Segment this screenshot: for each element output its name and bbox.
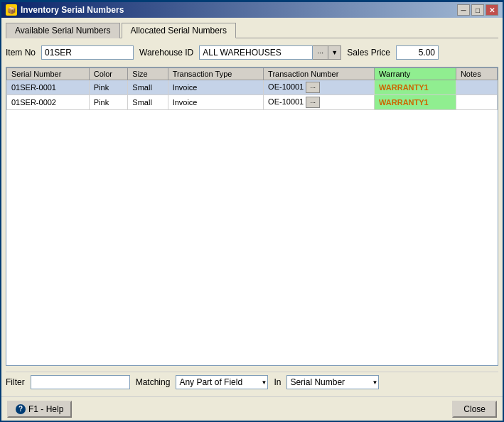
col-header-transaction-number: Transaction Number xyxy=(264,68,375,80)
minimize-button[interactable]: ─ xyxy=(457,4,470,16)
help-button[interactable]: ? F1 - Help xyxy=(7,401,72,418)
row1-browse-button[interactable]: ··· xyxy=(306,82,320,93)
col-header-color: Color xyxy=(89,68,128,80)
cell-serial-number: 01SER-0001 xyxy=(7,80,90,95)
tabs-row: Available Serial Numbers Allocated Seria… xyxy=(6,22,498,38)
matching-select[interactable]: Any Part of Field Starts With Ends With … xyxy=(176,375,268,389)
warehouse-dropdown-button[interactable]: ▼ xyxy=(328,45,341,60)
cell-transaction-number: OE-10001 ··· xyxy=(264,80,375,95)
cell-warranty: WARRANTY1 xyxy=(375,95,456,110)
cell-color: Pink xyxy=(89,80,128,95)
filter-label: Filter xyxy=(6,377,25,387)
cell-transaction-number: OE-10001 ··· xyxy=(264,95,375,110)
window-icon: 📦 xyxy=(6,4,17,16)
cell-size: Small xyxy=(128,95,168,110)
cell-warranty: WARRANTY1 xyxy=(375,80,456,95)
cell-serial-number: 01SER-0002 xyxy=(7,95,90,110)
col-header-warranty: Warranty xyxy=(375,68,456,80)
table-header-row: Serial Number Color Size Transaction Typ… xyxy=(7,68,498,80)
col-header-size: Size xyxy=(128,68,168,80)
serial-numbers-table: Serial Number Color Size Transaction Typ… xyxy=(6,67,498,110)
title-bar: 📦 Inventory Serial Numbers ─ □ ✕ xyxy=(1,2,503,18)
col-header-serial-number: Serial Number xyxy=(7,68,90,80)
item-no-label: Item No xyxy=(6,48,36,58)
cell-notes xyxy=(456,80,497,95)
title-close-button[interactable]: ✕ xyxy=(486,4,498,16)
table-body: 01SER-0001 Pink Small Invoice OE-10001 ·… xyxy=(7,80,498,110)
tab-allocated-serial-numbers[interactable]: Allocated Serial Numbers xyxy=(122,23,236,38)
cell-notes xyxy=(456,95,497,110)
maximize-button[interactable]: □ xyxy=(471,4,484,16)
matching-label: Matching xyxy=(136,377,171,387)
table-row[interactable]: 01SER-0001 Pink Small Invoice OE-10001 ·… xyxy=(7,80,498,95)
warehouse-id-input[interactable] xyxy=(199,45,313,60)
title-bar-left: 📦 Inventory Serial Numbers xyxy=(6,4,124,16)
row2-browse-button[interactable]: ··· xyxy=(306,97,320,108)
table-row[interactable]: 01SER-0002 Pink Small Invoice OE-10001 ·… xyxy=(7,95,498,110)
cell-transaction-type: Invoice xyxy=(168,95,263,110)
warehouse-id-group: ··· ▼ xyxy=(199,45,341,60)
in-select-wrapper: Serial Number Color Size Transaction Typ… xyxy=(286,375,379,389)
data-table-container: Serial Number Color Size Transaction Typ… xyxy=(6,67,498,366)
col-header-transaction-type: Transaction Type xyxy=(168,68,263,80)
filter-input[interactable] xyxy=(31,375,130,389)
form-row: Item No Warehouse ID ··· ▼ Sales Price xyxy=(6,43,498,63)
sales-price-label: Sales Price xyxy=(347,48,390,58)
title-buttons: ─ □ ✕ xyxy=(457,4,498,16)
help-label: F1 - Help xyxy=(28,404,63,414)
in-select[interactable]: Serial Number Color Size Transaction Typ… xyxy=(286,375,379,389)
cell-size: Small xyxy=(128,80,168,95)
in-label: In xyxy=(274,377,281,387)
bottom-bar: ? F1 - Help Close xyxy=(1,396,503,421)
tab-available-serial-numbers[interactable]: Available Serial Numbers xyxy=(6,23,120,38)
content-area: Available Serial Numbers Allocated Seria… xyxy=(1,18,503,396)
main-window: 📦 Inventory Serial Numbers ─ □ ✕ Availab… xyxy=(0,0,504,422)
warehouse-id-label: Warehouse ID xyxy=(139,48,193,58)
matching-select-wrapper: Any Part of Field Starts With Ends With … xyxy=(176,375,268,389)
item-no-input[interactable] xyxy=(41,45,134,60)
cell-transaction-type: Invoice xyxy=(168,80,263,95)
sales-price-input[interactable] xyxy=(396,45,439,60)
cell-color: Pink xyxy=(89,95,128,110)
help-icon: ? xyxy=(16,404,26,414)
close-button[interactable]: Close xyxy=(452,401,497,418)
filter-row: Filter Matching Any Part of Field Starts… xyxy=(6,372,498,392)
warehouse-browse-button[interactable]: ··· xyxy=(313,45,328,60)
window-title: Inventory Serial Numbers xyxy=(21,5,124,15)
col-header-notes: Notes xyxy=(456,68,497,80)
